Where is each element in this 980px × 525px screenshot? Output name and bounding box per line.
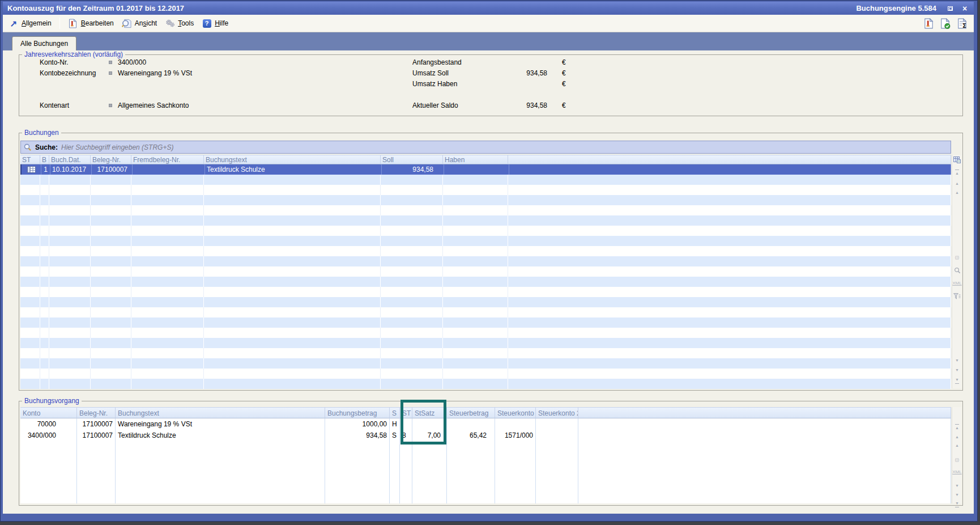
booking-empty-row[interactable] — [20, 175, 951, 185]
scroll-up-icon[interactable]: ▲ — [952, 434, 962, 440]
col-buchungsbetrag[interactable]: Buchungsbetrag — [325, 407, 390, 418]
booking-empty-row[interactable] — [20, 226, 951, 236]
booking-empty-row[interactable] — [20, 328, 951, 338]
booking-empty-row[interactable] — [20, 266, 951, 277]
cell-beleg[interactable]: 17100007 — [77, 418, 116, 430]
cell-st[interactable] — [400, 418, 412, 430]
booking-empty-row[interactable] — [20, 338, 951, 348]
col-haben[interactable]: Haben — [443, 155, 508, 164]
scroll-to-top-icon[interactable]: ▲ — [952, 424, 962, 431]
booking-empty-row[interactable] — [20, 215, 951, 226]
booking-empty-row[interactable] — [20, 246, 951, 256]
menu-allgemein[interactable]: ↗ Allgemein — [8, 19, 52, 28]
scroll-down-icon[interactable]: ▼ — [952, 367, 962, 373]
scroll-up-icon[interactable]: ▲ — [952, 181, 962, 187]
booking-row-selected[interactable]: 1 10.10.2017 17100007 Textildruck Schulz… — [20, 164, 951, 175]
col-stsatz[interactable]: StSatz — [412, 407, 447, 418]
page-down-icon[interactable]: ▼ — [952, 358, 962, 363]
booking-empty-row[interactable] — [20, 185, 951, 195]
cell-steuerkonto1[interactable]: 1571/000 — [495, 430, 536, 441]
booking-empty-row[interactable] — [20, 369, 951, 379]
booking-empty-row[interactable] — [20, 317, 951, 328]
cell-st[interactable]: 8 — [400, 430, 412, 441]
col-soll[interactable]: Soll — [381, 155, 443, 164]
vorgang-row[interactable]: 70000 17100007 Wareneingang 19 % VSt 100… — [20, 418, 951, 430]
close-button[interactable]: × — [960, 5, 969, 12]
cell-steuerkonto1[interactable] — [495, 418, 536, 430]
scroll-down-icon[interactable]: ▼ — [952, 492, 962, 498]
booking-empty-row[interactable] — [20, 287, 951, 297]
document-check-icon[interactable] — [940, 18, 951, 29]
booking-empty-row[interactable] — [20, 195, 951, 205]
cell-text[interactable]: Textildruck Schulze — [205, 164, 382, 175]
cell-b[interactable]: 1 — [41, 164, 50, 175]
page-down-icon[interactable]: ▼ — [952, 483, 962, 489]
col-st[interactable]: ST — [20, 155, 40, 164]
col-b[interactable]: B — [40, 155, 49, 164]
cell-beleg[interactable]: 17100007 — [77, 430, 116, 441]
cell-beleg[interactable]: 17100007 — [92, 164, 133, 175]
search-input[interactable] — [61, 143, 948, 151]
cell-fremdbeleg[interactable] — [133, 164, 205, 175]
cell-steuerkonto2[interactable] — [536, 418, 578, 430]
cell-betrag[interactable]: 1000,00 — [325, 418, 390, 430]
menu-tools[interactable]: Tools — [165, 19, 194, 28]
col-fremdbelegnr[interactable]: Fremdbeleg-Nr. — [131, 155, 204, 164]
booking-empty-row[interactable] — [20, 379, 951, 389]
menu-bearbeiten[interactable]: Bearbeiten — [68, 19, 114, 28]
filter-icon[interactable] — [952, 293, 962, 299]
col-konto[interactable]: Konto — [20, 407, 77, 418]
scroll-to-bottom-icon[interactable]: ▼ — [952, 501, 962, 507]
vorgang-row[interactable]: 3400/000 17100007 Textildruck Schulze 93… — [20, 430, 951, 441]
cell-steuerbetrag[interactable] — [447, 418, 495, 430]
page-up-icon[interactable]: ▲ — [952, 190, 962, 196]
booking-empty-row[interactable] — [20, 307, 951, 317]
column-chooser-icon[interactable] — [952, 156, 962, 163]
col-steuerkonto2[interactable]: Steuerkonto 2 — [536, 407, 578, 418]
cell-konto[interactable]: 70000 — [20, 418, 77, 430]
menu-hilfe[interactable]: ? Hilfe — [202, 19, 228, 28]
cell-stsatz[interactable]: 7,00 — [412, 430, 447, 441]
scroll-to-bottom-icon[interactable]: ▼ — [952, 377, 962, 384]
cell-text[interactable]: Wareneingang 19 % VSt — [116, 418, 325, 430]
zoom-icon[interactable] — [952, 267, 962, 274]
tab-alle-buchungen[interactable]: Alle Buchungen — [12, 36, 76, 50]
booking-empty-row[interactable] — [20, 348, 951, 358]
col-belegnr[interactable]: Beleg-Nr. — [77, 407, 116, 418]
booking-empty-row[interactable] — [20, 236, 951, 246]
cell-text[interactable]: Textildruck Schulze — [116, 430, 325, 441]
cell-soll[interactable]: 934,58 — [382, 164, 444, 175]
cell-s[interactable]: S — [390, 430, 400, 441]
column-width-icon[interactable]: (|) — [952, 457, 962, 463]
restore-button[interactable] — [945, 5, 955, 12]
menu-ansicht[interactable]: Ansicht — [122, 19, 157, 28]
cell-steuerkonto2[interactable] — [536, 430, 578, 441]
booking-empty-row[interactable] — [20, 256, 951, 266]
cell-steuerbetrag[interactable]: 65,42 — [447, 430, 495, 441]
booking-empty-row[interactable] — [20, 205, 951, 215]
booking-empty-row[interactable] — [20, 297, 951, 307]
col-belegnr[interactable]: Beleg-Nr. — [91, 155, 131, 164]
col-s[interactable]: S — [390, 407, 400, 418]
cell-date[interactable]: 10.10.2017 — [50, 164, 92, 175]
col-st[interactable]: ST — [400, 407, 412, 418]
col-steuerbetrag[interactable]: Steuerbetrag — [447, 407, 495, 418]
booking-empty-row[interactable] — [20, 358, 951, 369]
col-steuerkonto1[interactable]: Steuerkonto 1 — [495, 407, 536, 418]
cell-s[interactable]: H — [390, 418, 400, 430]
col-buchungstext[interactable]: Buchungstext — [204, 155, 381, 164]
page-up-icon[interactable]: ▲ — [952, 443, 962, 448]
cell-betrag[interactable]: 934,58 — [325, 430, 390, 441]
cell-konto[interactable]: 3400/000 — [20, 430, 77, 441]
cell-stsatz[interactable] — [412, 418, 447, 430]
col-buchdat[interactable]: Buch.Dat. — [49, 155, 91, 164]
scroll-to-top-icon[interactable]: ▲ — [952, 170, 962, 176]
st-cell[interactable] — [22, 164, 41, 175]
xml-export-icon[interactable]: XML — [952, 281, 962, 286]
xml-export-icon[interactable]: XML — [952, 469, 962, 475]
booking-empty-row[interactable] — [20, 277, 951, 287]
col-buchungstext[interactable]: Buchungstext — [116, 407, 325, 418]
column-width-icon[interactable]: (|) — [952, 255, 962, 260]
document-sum-icon[interactable]: Σ — [957, 18, 968, 29]
edit-document-icon[interactable] — [923, 18, 934, 29]
